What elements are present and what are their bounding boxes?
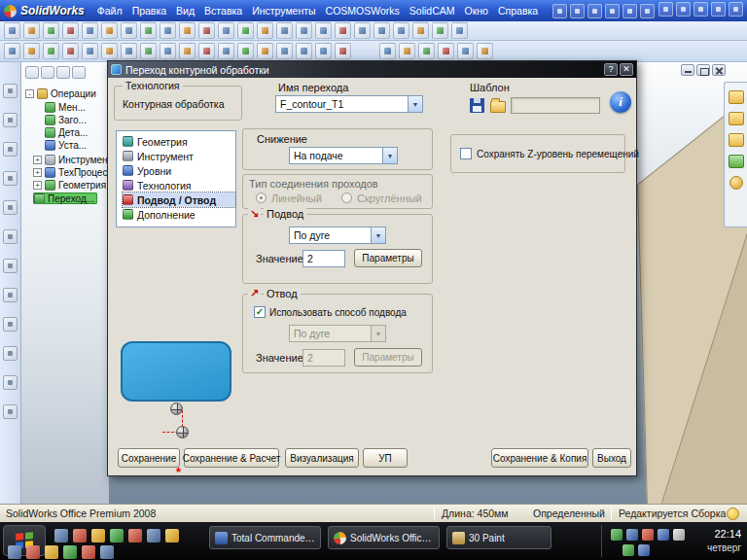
template-field[interactable] — [511, 97, 600, 114]
assembly-features-icon[interactable] — [335, 43, 351, 59]
feature-manager-tab[interactable] — [25, 66, 39, 79]
new-document-icon[interactable] — [552, 4, 567, 18]
use-approach-checkbox[interactable]: ✓ — [254, 306, 266, 318]
antivirus-icon[interactable] — [611, 529, 622, 541]
loft-icon[interactable] — [62, 43, 79, 59]
extrude-icon[interactable] — [4, 43, 20, 59]
chamfer-icon[interactable] — [101, 43, 118, 59]
zoom-icon[interactable] — [3, 113, 18, 127]
tree-item-transition[interactable]: Переход... — [33, 192, 97, 204]
radio-linear[interactable] — [256, 192, 267, 203]
iso-view-icon[interactable] — [3, 259, 18, 273]
firefox-icon[interactable] — [82, 545, 95, 559]
fillet-icon[interactable] — [82, 43, 98, 59]
measure-icon[interactable] — [296, 22, 312, 39]
menu-solidcam[interactable]: SolidCAM — [405, 2, 460, 19]
keep-z-checkbox[interactable] — [460, 148, 472, 159]
pan-icon[interactable] — [393, 22, 409, 39]
explorer-icon[interactable] — [8, 545, 21, 559]
line-icon[interactable] — [62, 22, 79, 39]
save-icon[interactable] — [587, 4, 602, 18]
shaded-icon[interactable] — [3, 317, 18, 332]
chevron-down-icon[interactable]: ▼ — [382, 148, 397, 163]
visualization-button[interactable]: Визуализация — [285, 448, 359, 468]
nav-item-geometry[interactable]: Геометрия — [123, 134, 235, 149]
taskbar-task-total-commander[interactable]: Total Commander 7.5... — [209, 526, 321, 549]
dialog-close-icon[interactable]: ✕ — [620, 63, 633, 76]
nav-item-tool[interactable]: Инструмент — [123, 149, 235, 163]
dialog-titlebar[interactable]: Переход контурной обработки ? ✕ — [108, 61, 636, 78]
offset-icon[interactable] — [198, 22, 215, 39]
save-copy-button[interactable]: Сохранение & Копия — [491, 448, 588, 468]
view-orientation-icon[interactable] — [3, 404, 18, 419]
doc-restore-icon[interactable] — [696, 64, 710, 76]
dimension-icon[interactable] — [43, 22, 59, 39]
word-icon[interactable] — [165, 529, 179, 542]
messenger-icon[interactable] — [638, 544, 650, 556]
sketch-icon[interactable] — [23, 22, 40, 39]
close-icon[interactable] — [729, 2, 743, 17]
transition-name-combo[interactable]: F_contour_T1 ▼ — [275, 95, 423, 113]
pan-icon[interactable] — [3, 171, 18, 186]
rotate-icon[interactable] — [3, 142, 18, 157]
save-button[interactable]: Сохранение — [118, 448, 180, 468]
update-icon[interactable] — [622, 544, 634, 556]
front-view-icon[interactable] — [3, 200, 18, 215]
file-explorer-icon[interactable] — [729, 133, 744, 147]
zoom-fit-icon[interactable] — [335, 22, 351, 39]
taskbar-task-paint[interactable]: 30 Paint — [446, 526, 551, 549]
retract-method-combo[interactable]: По дуге ▼ — [289, 325, 386, 342]
tree-item-stock[interactable]: Заго... — [45, 114, 87, 125]
tree-item-tool[interactable]: + Инструмент — [33, 154, 112, 165]
toolbox-icon[interactable] — [399, 43, 415, 59]
paint-icon[interactable] — [26, 545, 40, 559]
arc-icon[interactable] — [101, 22, 118, 39]
menu-tools[interactable]: Инструменты — [247, 2, 320, 19]
section-view-icon[interactable] — [315, 22, 332, 39]
save-calculate-button[interactable]: Сохранение & Расчет — [184, 448, 279, 468]
winamp-icon[interactable] — [147, 529, 160, 542]
open-icon[interactable] — [570, 4, 585, 18]
document-recovery-icon[interactable] — [729, 176, 743, 190]
tree-item-techprocess[interactable]: + ТехПроцесс — [33, 166, 112, 178]
radio-rounded[interactable] — [341, 192, 352, 203]
nav-item-addition[interactable]: Дополнение — [123, 207, 235, 222]
tree-item-setup[interactable]: Уста... — [45, 139, 87, 151]
tree-item-operations[interactable]: - Операции — [25, 88, 96, 99]
mate-icon[interactable] — [237, 43, 254, 59]
tree-item-geometry[interactable]: + Геометрия — [33, 179, 106, 191]
menu-view[interactable]: Вид — [171, 2, 199, 19]
record-macro-icon[interactable] — [658, 2, 673, 17]
draft-icon[interactable] — [160, 43, 176, 59]
rib-icon[interactable] — [121, 43, 137, 59]
plane-icon[interactable] — [198, 43, 215, 59]
menu-window[interactable]: Окно — [460, 2, 493, 19]
whats-new-icon[interactable] — [711, 2, 726, 17]
fullscreen-icon[interactable] — [694, 2, 708, 17]
skype-icon[interactable] — [100, 545, 114, 559]
photoworks-icon[interactable] — [438, 43, 454, 59]
rebuild-icon[interactable] — [276, 22, 293, 39]
trim-icon[interactable] — [160, 22, 176, 39]
circle-icon[interactable] — [82, 22, 98, 39]
edrawings-icon[interactable] — [477, 43, 493, 59]
exit-button[interactable]: Выход — [592, 448, 631, 468]
show-desktop-icon[interactable] — [54, 529, 68, 542]
dimxpert-tab[interactable] — [72, 66, 86, 79]
chevron-down-icon[interactable]: ▼ — [371, 228, 385, 243]
hole-wizard-icon[interactable] — [179, 43, 196, 59]
mirror-icon[interactable] — [218, 22, 234, 39]
tree-item-part[interactable]: Дета... — [45, 126, 88, 138]
home-icon[interactable] — [729, 90, 744, 104]
menu-file[interactable]: Файл — [92, 2, 127, 19]
expand-icon[interactable]: + — [33, 181, 42, 190]
select-arrow-icon[interactable] — [3, 84, 18, 98]
retract-value-field[interactable]: 2 — [302, 349, 345, 367]
approach-value-field[interactable]: 2 — [302, 250, 345, 267]
dialog-help-icon[interactable]: ? — [604, 63, 618, 76]
top-view-icon[interactable] — [3, 229, 18, 244]
interference-icon[interactable] — [296, 43, 312, 59]
convert-entities-icon[interactable] — [179, 22, 196, 39]
chevron-down-icon[interactable]: ▼ — [408, 96, 422, 112]
open-template-icon[interactable] — [490, 101, 506, 113]
